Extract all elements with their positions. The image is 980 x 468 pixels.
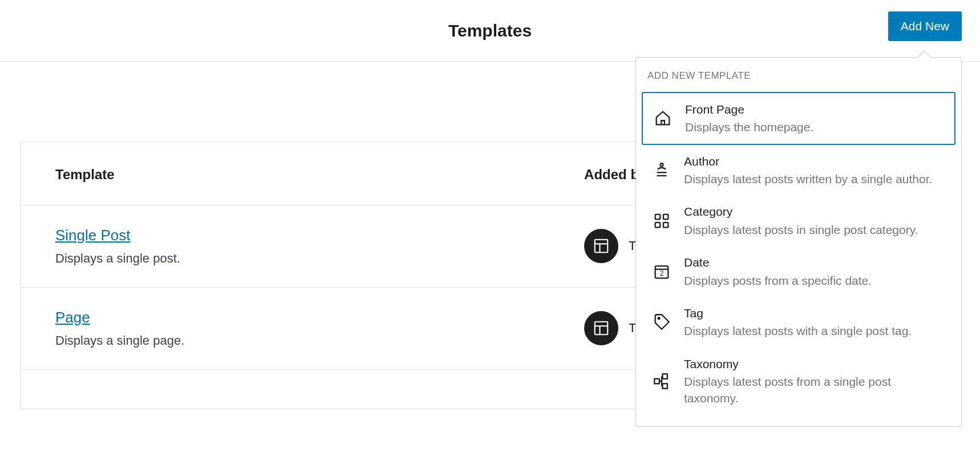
svg-point-10 bbox=[658, 318, 660, 320]
option-title: Tag bbox=[684, 305, 945, 321]
add-new-popover: ADD NEW TEMPLATE Front Page Displays the… bbox=[635, 57, 962, 409]
taxonomy-icon bbox=[652, 372, 671, 391]
option-desc: Displays the homepage. bbox=[685, 119, 944, 135]
svg-rect-4 bbox=[663, 214, 669, 219]
svg-rect-6 bbox=[663, 223, 669, 228]
tag-icon bbox=[652, 312, 671, 332]
svg-rect-11 bbox=[662, 374, 667, 379]
option-title: Category bbox=[684, 203, 945, 220]
template-option-category[interactable]: Category Displays latest posts in single… bbox=[642, 195, 955, 246]
calendar-icon: 2 bbox=[652, 262, 671, 281]
template-desc: Displays a single post. bbox=[55, 250, 516, 268]
option-desc: Displays latest posts with a single post… bbox=[684, 322, 945, 339]
category-icon bbox=[652, 211, 671, 231]
template-link-page[interactable]: Page bbox=[55, 307, 516, 328]
svg-point-0 bbox=[660, 163, 663, 166]
option-desc: Displays latest posts written by a singl… bbox=[684, 171, 945, 187]
template-option-taxonomy[interactable]: Taxonomy Displays latest posts from a si… bbox=[642, 348, 955, 409]
svg-rect-12 bbox=[662, 384, 667, 389]
col-header-template: Template bbox=[21, 142, 550, 205]
option-title: Date bbox=[684, 254, 945, 271]
option-desc: Displays latest posts in single post cat… bbox=[684, 221, 945, 238]
add-new-button[interactable]: Add New bbox=[888, 11, 962, 41]
svg-rect-17 bbox=[595, 322, 608, 335]
template-option-front-page[interactable]: Front Page Displays the homepage. bbox=[642, 92, 955, 145]
theme-avatar-icon bbox=[584, 311, 618, 345]
theme-avatar-icon bbox=[584, 229, 618, 263]
page-title: Templates bbox=[448, 19, 532, 43]
template-option-tag[interactable]: Tag Displays latest posts with a single … bbox=[642, 297, 955, 348]
option-desc: Displays posts from a specific date. bbox=[684, 272, 945, 289]
svg-text:2: 2 bbox=[659, 269, 663, 277]
template-option-author[interactable]: Author Displays latest posts written by … bbox=[642, 145, 955, 196]
template-desc: Displays a single page. bbox=[55, 332, 516, 350]
svg-rect-14 bbox=[595, 240, 608, 253]
home-icon bbox=[653, 108, 673, 128]
option-title: Author bbox=[684, 153, 945, 170]
template-link-single-post[interactable]: Single Post bbox=[55, 225, 516, 245]
header: Templates Add New bbox=[0, 0, 980, 62]
option-desc: Displays latest posts from a single post… bbox=[684, 373, 945, 407]
svg-rect-13 bbox=[654, 379, 659, 384]
svg-rect-3 bbox=[655, 214, 661, 219]
svg-rect-5 bbox=[655, 223, 661, 228]
option-title: Taxonomy bbox=[684, 356, 945, 372]
popover-heading: ADD NEW TEMPLATE bbox=[636, 69, 961, 92]
author-icon bbox=[652, 160, 671, 180]
template-option-date[interactable]: 2 Date Displays posts from a specific da… bbox=[642, 246, 955, 297]
option-title: Front Page bbox=[685, 101, 944, 118]
